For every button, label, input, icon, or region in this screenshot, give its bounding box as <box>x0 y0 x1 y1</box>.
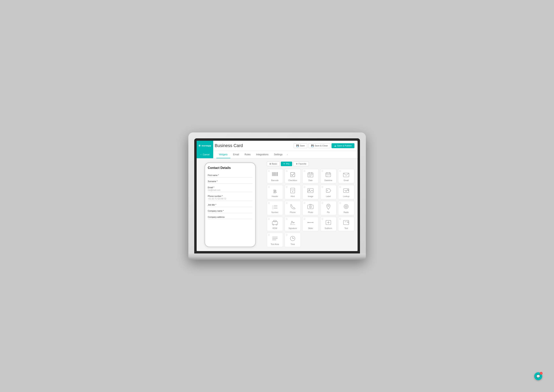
chevron-left-icon[interactable]: ‹ <box>287 153 288 156</box>
widget-email[interactable]: ⓘ Email <box>338 169 354 183</box>
svg-point-24 <box>327 176 327 176</box>
field-jobtitle-label: Job title * <box>208 203 252 206</box>
filter-basic[interactable]: ⊞ Basic <box>267 162 280 166</box>
field-address: Company address <box>208 214 252 219</box>
field-phone-label: Phone number * <box>208 195 252 197</box>
tab-email[interactable]: Email <box>230 151 242 158</box>
widget-lookup[interactable]: ⓘ Lookup <box>338 185 354 199</box>
widget-date[interactable]: ⓘ <box>302 169 319 183</box>
widget-textarea[interactable]: ⓘ Text Area <box>267 233 283 247</box>
info-icon: ⓘ <box>268 218 270 220</box>
pencil-icon: ✏ <box>284 163 285 165</box>
widget-time[interactable]: ⓘ Time <box>284 233 301 247</box>
radio-label: Radio <box>344 211 349 213</box>
svg-rect-33 <box>344 189 349 193</box>
widgets-panel: ⊞ Basic ✏ Pro ★ Favorite <box>264 158 358 251</box>
widget-label[interactable]: ⓘ Label <box>320 185 336 199</box>
filter-favorite[interactable]: ★ Favorite <box>293 162 309 166</box>
time-label: Time <box>291 243 295 245</box>
info-icon: ⓘ <box>304 218 305 220</box>
widget-photo[interactable]: ⓘ Photo <box>302 201 319 215</box>
checkbox-label: Checkbox <box>288 179 297 182</box>
widget-checkbox[interactable]: ⓘ Checkbox <box>284 169 301 183</box>
chat-bubble[interactable]: 💬 2 <box>534 372 542 380</box>
header-icon: B <box>271 187 278 194</box>
svg-marker-58 <box>312 222 313 223</box>
svg-rect-62 <box>344 220 349 225</box>
tab-settings[interactable]: Settings <box>271 151 285 158</box>
widget-filter-tabs: ⊞ Basic ✏ Pro ★ Favorite <box>267 162 355 166</box>
widget-image[interactable]: ⓘ Image <box>302 185 319 199</box>
field-surname: Surname * <box>208 179 252 183</box>
svg-point-16 <box>310 176 311 177</box>
info-icon: ⓘ <box>304 186 305 189</box>
info-icon: ⓘ <box>321 186 323 189</box>
laptop-bottom <box>188 257 366 260</box>
info-icon: ⓘ <box>268 234 270 236</box>
widget-datetime[interactable]: ⓘ <box>320 169 336 183</box>
widget-signature[interactable]: ⓘ Signature <box>284 217 301 231</box>
nav-logo-space: ← Cancel <box>197 151 213 158</box>
field-firstname-label: First name * <box>208 174 252 176</box>
info-icon: ⓘ <box>268 170 270 172</box>
widget-barcode[interactable]: ⓘ Barcode <box>267 169 283 183</box>
slider-icon <box>307 219 314 226</box>
widget-html[interactable]: ⓘ 5 HTML Html <box>284 185 301 199</box>
top-actions: 💾 Save 💾 Save & Close ☁ Save & Publish <box>294 143 354 148</box>
info-icon: ⓘ <box>268 202 270 204</box>
save-button[interactable]: 💾 Save <box>294 143 307 148</box>
textarea-label: Text Area <box>271 243 279 245</box>
svg-point-32 <box>327 190 328 191</box>
photo-icon <box>307 203 314 210</box>
widget-number[interactable]: ⓘ 1 2 3 Number <box>267 201 283 215</box>
signature-icon <box>289 219 296 226</box>
svg-point-22 <box>328 175 329 175</box>
info-icon: ⓘ <box>339 186 341 189</box>
save-publish-button[interactable]: ☁ Save & Publish <box>332 143 355 148</box>
svg-rect-5 <box>276 172 277 176</box>
screen-bezel: ❋ moreapp Business Card 💾 Save 💾 Save & … <box>194 138 360 253</box>
date-icon <box>307 171 314 178</box>
widget-rdw[interactable]: ⓘ RDW <box>267 217 283 231</box>
field-firstname: First name * <box>208 172 252 177</box>
field-phone-placeholder: +31 (0) 71 523 80 72 <box>208 198 252 200</box>
laptop-screen: ❋ moreapp Business Card 💾 Save 💾 Save & … <box>197 141 358 251</box>
radio-icon <box>343 203 350 210</box>
info-icon: ⓘ <box>339 218 341 220</box>
grid-icon: ⊞ <box>270 163 271 165</box>
phone-label: Phone <box>290 211 296 213</box>
logo-icon: ❋ <box>199 144 201 147</box>
widgets-grid: ⓘ Barcode <box>267 169 355 247</box>
info-icon: ⓘ <box>286 218 288 220</box>
logo-text: moreapp <box>202 144 211 147</box>
rdw-icon <box>271 219 278 226</box>
info-icon: ⓘ <box>339 202 341 204</box>
tab-rules[interactable]: Rules <box>242 151 253 158</box>
logo-area: ❋ moreapp <box>197 141 213 151</box>
widget-pin[interactable]: ⓘ Pin <box>320 201 336 215</box>
widget-text[interactable]: ⓘ Text <box>338 217 354 231</box>
svg-rect-2 <box>274 172 274 176</box>
info-icon: ⓘ <box>304 202 305 204</box>
checkbox-icon <box>289 171 296 178</box>
cancel-button[interactable]: ← Cancel <box>200 153 209 156</box>
widget-radio[interactable]: ⓘ Radio <box>338 201 354 215</box>
svg-point-15 <box>309 176 310 177</box>
filter-pro[interactable]: ✏ Pro <box>281 162 292 166</box>
subform-label: Subform <box>325 227 332 229</box>
tab-widgets[interactable]: Widgets <box>216 151 230 158</box>
widget-slider[interactable]: ⓘ Slider <box>302 217 319 231</box>
tab-integrations[interactable]: Integrations <box>253 151 271 158</box>
email-label: Email <box>344 179 349 182</box>
svg-rect-6 <box>277 172 278 176</box>
form-title: Contact Details <box>208 166 252 170</box>
widget-phone[interactable]: ⓘ Phone <box>284 201 301 215</box>
widget-subform[interactable]: ⓘ Subform <box>320 217 336 231</box>
info-icon: ⓘ <box>286 170 288 172</box>
datetime-label: Datetime <box>324 179 332 182</box>
cloud-icon: ☁ <box>334 144 336 147</box>
phone-frame: Contact Details First name * Surname * E… <box>205 162 256 247</box>
widget-header[interactable]: ⓘ B Header <box>267 185 283 199</box>
save-close-button[interactable]: 💾 Save & Close <box>308 143 330 148</box>
svg-text:B: B <box>273 189 277 194</box>
